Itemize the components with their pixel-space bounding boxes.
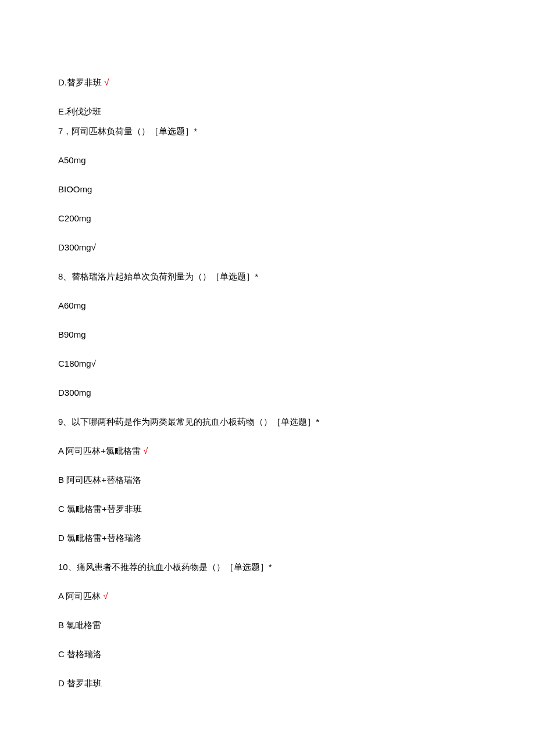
option-label: D 替罗非班 xyxy=(58,678,102,688)
option-line: E.利伐沙班 xyxy=(58,105,477,119)
option-label: D300mg xyxy=(58,388,91,397)
option-line: D300mg xyxy=(58,386,477,400)
option-label: A50mg xyxy=(58,155,86,165)
option-line: C 替格瑞洛 xyxy=(58,647,477,661)
option-line: C 氯毗格雷+替罗非班 xyxy=(58,502,477,516)
correct-mark-icon: √ xyxy=(143,446,148,456)
option-label: B90mg xyxy=(58,329,86,339)
option-line: A50mg xyxy=(58,153,477,167)
option-line: D300mg√ xyxy=(58,241,477,255)
option-line: D 氯毗格雷+替格瑞洛 xyxy=(58,531,477,545)
option-line: A 阿司匹林+氯毗格雷 √ xyxy=(58,444,477,458)
option-line: B 阿司匹林+替格瑞洛 xyxy=(58,473,477,487)
option-label: D300mg xyxy=(58,242,91,252)
option-line: A 阿司匹林 √ xyxy=(58,589,477,603)
option-label: C 替格瑞洛 xyxy=(58,649,102,659)
option-line: BIOOmg xyxy=(58,182,477,196)
option-label: D 氯毗格雷+替格瑞洛 xyxy=(58,533,142,543)
correct-mark-icon: √ xyxy=(91,242,96,252)
option-label: C180mg xyxy=(58,359,91,368)
option-line: C180mg√ xyxy=(58,357,477,371)
question-title: 10、痛风患者不推荐的抗血小板药物是（）［单选题］* xyxy=(58,560,477,574)
option-line: B90mg xyxy=(58,328,477,342)
option-label: C 氯毗格雷+替罗非班 xyxy=(58,504,142,514)
question-title: 7，阿司匹林负荷量（）［单选题］* xyxy=(58,124,477,138)
question-title: 8、替格瑞洛片起始单次负荷剂量为（）［单选题］* xyxy=(58,270,477,284)
option-label: E.利伐沙班 xyxy=(58,106,101,116)
option-line: A60mg xyxy=(58,299,477,313)
option-label: A 阿司匹林 xyxy=(58,591,104,601)
option-label: D.替罗非班 xyxy=(58,77,104,87)
question-title: 9、以下哪两种药是作为两类最常见的抗血小板药物（）［单选题］* xyxy=(58,415,477,429)
option-line: D.替罗非班 √ xyxy=(58,76,477,89)
correct-mark-icon: √ xyxy=(104,77,109,87)
option-label: B 阿司匹林+替格瑞洛 xyxy=(58,475,141,485)
option-label: BIOOmg xyxy=(58,184,92,194)
option-label: A 阿司匹林+氯毗格雷 xyxy=(58,446,143,456)
correct-mark-icon: √ xyxy=(91,359,96,368)
option-line: D 替罗非班 xyxy=(58,676,477,690)
option-label: A60mg xyxy=(58,300,86,310)
option-line: B 氯毗格雷 xyxy=(58,618,477,632)
option-label: B 氯毗格雷 xyxy=(58,620,101,630)
correct-mark-icon: √ xyxy=(104,591,108,601)
option-label: C200mg xyxy=(58,213,91,223)
option-line: C200mg xyxy=(58,212,477,225)
